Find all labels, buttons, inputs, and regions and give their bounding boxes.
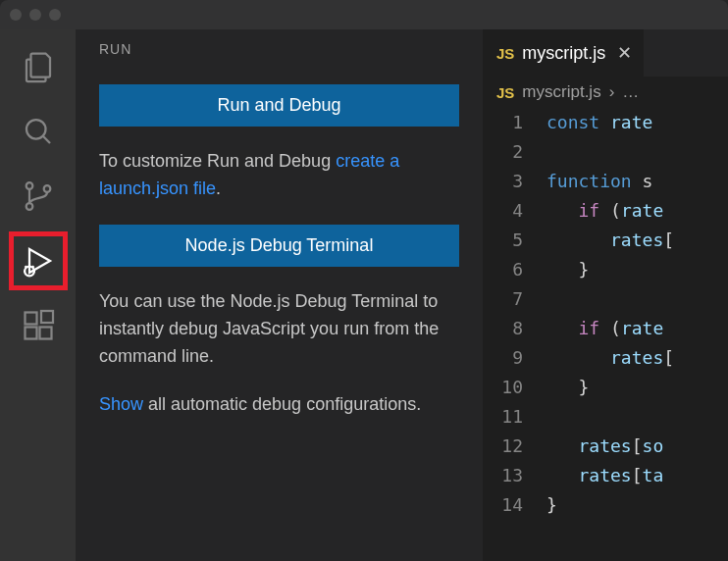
line-number-gutter: 1234567891011121314: [483, 108, 546, 561]
main-layout: RUN Run and Debug To customize Run and D…: [0, 29, 728, 561]
breadcrumb-filename: myscript.js: [522, 82, 600, 102]
code-line[interactable]: function s: [546, 167, 728, 196]
line-number: 13: [483, 461, 523, 490]
code-line[interactable]: [546, 137, 728, 167]
svg-point-4: [43, 185, 50, 192]
js-file-icon: JS: [496, 84, 514, 101]
close-tab-icon[interactable]: ✕: [617, 42, 632, 64]
activity-source-control[interactable]: [9, 167, 68, 226]
svg-rect-12: [39, 328, 51, 339]
editor-tab[interactable]: JS myscript.js ✕: [483, 29, 644, 76]
svg-line-8: [25, 266, 26, 268]
code-line[interactable]: if (rate: [546, 314, 728, 343]
chevron-right-icon: ›: [609, 82, 615, 102]
line-number: 6: [483, 255, 523, 284]
minimize-window-button[interactable]: [29, 9, 41, 21]
svg-point-0: [26, 120, 46, 139]
sidebar-title: RUN: [99, 41, 459, 57]
code-line[interactable]: [546, 284, 728, 314]
run-sidebar: RUN Run and Debug To customize Run and D…: [76, 29, 483, 561]
close-window-button[interactable]: [10, 9, 22, 21]
code-line[interactable]: rates[: [546, 343, 728, 373]
code-line[interactable]: }: [546, 255, 728, 284]
line-number: 12: [483, 432, 523, 461]
code-line[interactable]: const rate: [546, 108, 728, 137]
line-number: 3: [483, 167, 523, 196]
extensions-icon: [21, 308, 56, 343]
code-content[interactable]: const rate function s if (rate rates[ } …: [546, 108, 728, 561]
activity-extensions[interactable]: [9, 296, 68, 355]
run-debug-icon: [21, 243, 56, 279]
line-number: 7: [483, 284, 523, 314]
svg-line-1: [42, 136, 49, 143]
editor-group: JS myscript.js ✕ JS myscript.js › … 1234…: [483, 29, 728, 561]
svg-rect-10: [25, 313, 36, 325]
tab-filename: myscript.js: [522, 43, 605, 64]
svg-rect-11: [25, 328, 36, 339]
line-number: 9: [483, 343, 523, 373]
line-number: 2: [483, 137, 523, 167]
svg-point-3: [26, 203, 32, 210]
js-file-icon: JS: [496, 45, 514, 62]
node-debug-terminal-button[interactable]: Node.js Debug Terminal: [99, 225, 459, 267]
code-line[interactable]: [546, 402, 728, 432]
activity-search[interactable]: [9, 102, 68, 161]
search-icon: [21, 114, 56, 149]
show-configs-text: Show all automatic debug configurations.: [99, 391, 459, 419]
code-line[interactable]: rates[so: [546, 432, 728, 461]
svg-rect-13: [41, 311, 53, 323]
window-controls: [10, 9, 61, 21]
editor-tabbar: JS myscript.js ✕: [483, 29, 728, 76]
line-number: 4: [483, 196, 523, 226]
customize-text: To customize Run and Debug create a laun…: [99, 148, 459, 203]
svg-point-2: [26, 182, 32, 189]
show-link[interactable]: Show: [99, 394, 143, 414]
line-number: 10: [483, 373, 523, 402]
activity-explorer[interactable]: [9, 37, 68, 96]
line-number: 11: [483, 402, 523, 432]
files-icon: [21, 49, 56, 84]
branch-icon: [21, 178, 56, 214]
code-line[interactable]: }: [546, 490, 728, 520]
code-editor[interactable]: 1234567891011121314 const rate function …: [483, 108, 728, 561]
code-line[interactable]: }: [546, 373, 728, 402]
breadcrumb[interactable]: JS myscript.js › …: [483, 76, 728, 108]
line-number: 14: [483, 490, 523, 520]
line-number: 5: [483, 226, 523, 255]
activity-run-debug[interactable]: [9, 231, 68, 290]
node-info-text: You can use the Node.js Debug Terminal t…: [99, 288, 459, 371]
line-number: 8: [483, 314, 523, 343]
breadcrumb-tail: …: [622, 82, 639, 102]
code-line[interactable]: rates[: [546, 226, 728, 255]
customize-text-prefix: To customize Run and Debug: [99, 151, 336, 171]
svg-line-9: [32, 266, 34, 268]
activity-bar: [0, 29, 76, 561]
line-number: 1: [483, 108, 523, 137]
run-and-debug-button[interactable]: Run and Debug: [99, 84, 459, 127]
code-line[interactable]: rates[ta: [546, 461, 728, 490]
zoom-window-button[interactable]: [49, 9, 61, 21]
titlebar: [0, 0, 728, 29]
show-text-suffix: all automatic debug configurations.: [143, 394, 421, 414]
code-line[interactable]: if (rate: [546, 196, 728, 226]
